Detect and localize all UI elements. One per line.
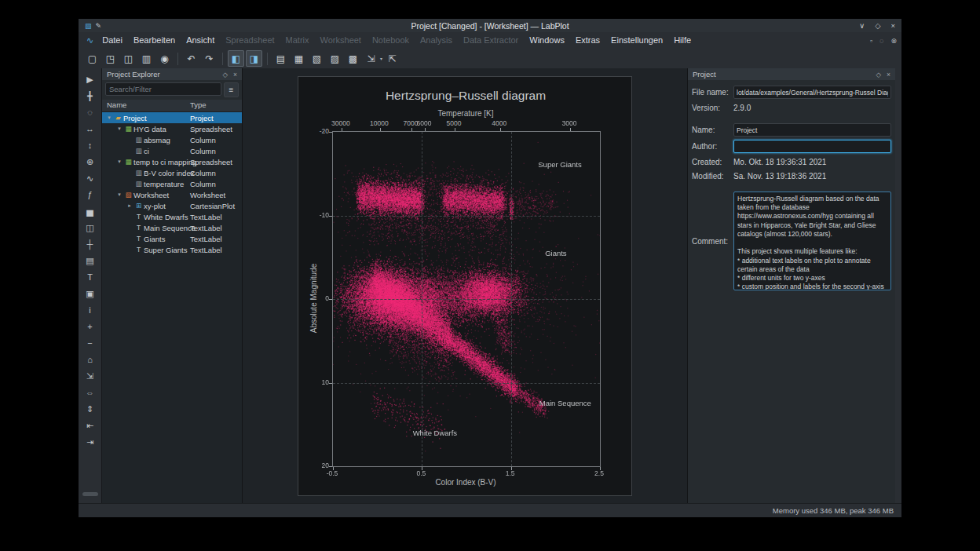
zoom-select-mode-icon[interactable]: ◌ [84,107,97,118]
search-filter-input[interactable] [105,82,221,96]
tree-row-temperature[interactable]: ▥temperatureColumn [102,178,242,189]
tree-row-project[interactable]: ▾▰ProjectProject [102,112,242,123]
maximize-button[interactable]: ◇ [875,21,880,30]
column-header-name[interactable]: Name [107,100,126,109]
add-axis-icon[interactable]: ┼ [84,239,97,250]
shift-right-icon[interactable]: ⇥ [84,436,97,447]
zoom-fit-y-icon[interactable]: ⇕ [84,403,97,414]
author-label: Author: [692,142,733,151]
select-mode-icon[interactable]: ▶ [84,74,97,85]
project-explorer-title: Project Explorer [107,70,217,78]
labplot-window: ▧ ✎ Project [Changed] - [Worksheet] — La… [79,19,901,517]
add-histogram-icon[interactable]: ▅ [84,206,97,217]
tree-item-name: Super Giants [144,246,187,254]
import-dropdown-caret-icon[interactable]: ▾ [380,56,382,61]
toggle-project-explorer-button[interactable]: ◧ [228,50,244,67]
export-button[interactable]: ⇱ [384,50,400,67]
zoom-fit-x-icon[interactable]: ⇔ [84,387,97,398]
zoom-origin-icon[interactable]: ⌂ [84,354,97,365]
add-formula-curve-icon[interactable]: ƒ [84,189,97,200]
new-spreadsheet-button[interactable]: ▤ [272,50,289,67]
axis-tick [570,128,571,131]
save-project-button[interactable]: ◫ [120,50,137,67]
name-input[interactable] [733,123,891,137]
print-button[interactable]: ▥ [138,50,155,67]
undo-button[interactable]: ↶ [183,50,199,67]
tree-row-main-sequence[interactable]: TMain SequenceTextLabel [102,222,242,233]
tree-toggle-icon[interactable]: ▾ [105,115,113,121]
menu-hilfe[interactable]: Hilfe [668,32,697,49]
add-image-icon[interactable]: ▣ [84,288,97,299]
add-info-element-icon[interactable]: i [84,305,97,316]
add-legend-icon[interactable]: ▤ [84,255,97,266]
mdi-close-button[interactable]: ⊗ [890,37,897,45]
menu-einstellungen[interactable]: Einstellungen [605,32,668,49]
zoom-x-select-mode-icon[interactable]: ↔ [84,123,97,134]
tree-row-giants[interactable]: TGiantsTextLabel [102,233,242,244]
zoom-in-icon[interactable]: + [84,321,97,332]
toggle-properties-explorer-button[interactable]: ◨ [246,50,262,67]
top-tick-label: 4000 [492,119,506,127]
y-tick-label: -20 [298,127,329,135]
x-tick-label: 1.5 [506,469,515,477]
new-matrix-button[interactable]: ▦ [291,50,307,67]
shift-left-icon[interactable]: ⇤ [84,420,97,431]
menu-windows[interactable]: Windows [524,32,570,49]
toolbar-scrollbar[interactable] [82,492,98,496]
close-button[interactable]: × [890,21,895,30]
new-worksheet-button[interactable]: ▧ [309,50,325,67]
menu-spreadsheet: Spreadsheet [220,32,280,49]
tree-row-xy-plot[interactable]: ▸⊞xy-plotCartesianPlot [102,200,242,211]
import-button[interactable]: ⇲ [363,50,379,67]
plot-area[interactable]: Super GiantsGiantsMain SequenceWhite Dwa… [332,131,601,467]
float-panel-icon[interactable]: ◇ [222,71,228,78]
mdi-restore-button[interactable]: ◌ [879,37,883,45]
menu-ansicht[interactable]: Ansicht [181,32,220,49]
column-header-type[interactable]: Type [190,100,207,109]
menu-datei[interactable]: Datei [97,32,128,49]
menu-bearbeiten[interactable]: Bearbeiten [128,32,181,49]
menu-extras[interactable]: Extras [570,32,605,49]
crosshair-mode-icon[interactable]: ╋ [84,90,97,101]
close-panel-icon[interactable]: × [233,71,237,78]
tree-row-white-dwarfs[interactable]: TWhite DwarfsTextLabel [102,211,242,222]
redo-button[interactable]: ↷ [201,50,218,67]
minimize-button[interactable]: ∨ [859,21,865,30]
print-preview-button[interactable]: ◉ [156,50,173,67]
gridline-horizontal [333,299,600,300]
comment-textarea[interactable]: Hertzsprung-Russell diagram based on the… [733,192,891,290]
file-name-input[interactable] [733,86,891,99]
tree-toggle-icon[interactable]: ▸ [126,203,133,209]
tree-row-b-v-color-index[interactable]: ▥B-V color indexColumn [102,167,242,178]
properties-header: Project ◇ × [688,68,895,80]
new-notebook-button[interactable]: ▨ [327,50,343,67]
tree-row-temp-to-ci-mapping[interactable]: ▾▦temp to ci mappingSpreadsheet [102,156,242,167]
close-panel-icon[interactable]: × [887,71,890,78]
worksheet-page[interactable]: Hertzsprung–Russell diagram Temperature … [298,76,632,496]
titlebar[interactable]: ▧ ✎ Project [Changed] - [Worksheet] — La… [79,19,901,32]
tree-row-hyg-data[interactable]: ▾▦HYG dataSpreadsheet [102,123,242,134]
new-datapicker-button[interactable]: ▩ [345,50,361,67]
tree-row-absmag[interactable]: ▥absmagColumn [102,134,242,145]
zoom-y-select-mode-icon[interactable]: ↕ [84,140,97,151]
author-input[interactable] [733,140,891,153]
zoom-out-icon[interactable]: − [84,338,97,348]
tree-toggle-icon[interactable]: ▾ [115,159,123,165]
add-text-label-icon[interactable]: T [84,272,97,283]
tree-row-ci[interactable]: ▥ciColumn [102,145,242,156]
tree-toggle-icon[interactable]: ▾ [115,192,123,198]
add-boxplot-icon[interactable]: ◫ [84,222,97,233]
add-xy-curve-icon[interactable]: ∿ [84,173,97,184]
filter-options-button[interactable]: ≡ [224,82,239,97]
new-project-button[interactable]: ▢ [84,50,101,67]
tree-item-type: TextLabel [190,213,222,221]
axis-tick [342,128,342,131]
pan-mode-icon[interactable]: ⊕ [84,156,97,167]
open-project-button[interactable]: ◳ [102,50,119,67]
zoom-fit-icon[interactable]: ⇲ [84,370,97,381]
mdi-minimize-button[interactable]: ▫ [870,37,872,45]
tree-toggle-icon[interactable]: ▾ [115,126,123,132]
tree-row-super-giants[interactable]: TSuper GiantsTextLabel [102,244,242,255]
float-panel-icon[interactable]: ◇ [876,71,881,78]
tree-row-worksheet[interactable]: ▾▧WorksheetWorksheet [102,189,242,200]
